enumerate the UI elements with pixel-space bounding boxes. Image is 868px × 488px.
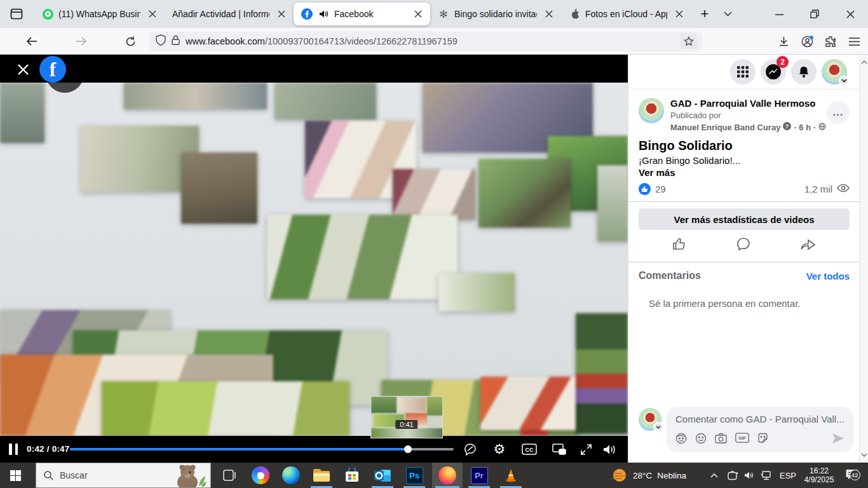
tab-list-dropdown-icon[interactable] (721, 7, 735, 21)
forward-button[interactable] (71, 31, 92, 51)
tab-title: Añadir Actividad | Informes Mens (172, 9, 269, 19)
messenger-icon[interactable]: 2 (761, 59, 786, 85)
scroll-up-icon[interactable] (860, 57, 868, 67)
see-all-comments-link[interactable]: Ver todos (806, 271, 850, 281)
extensions-puzzle-icon[interactable] (820, 31, 841, 51)
page-avatar[interactable] (639, 98, 664, 123)
video-progress-bar[interactable] (70, 448, 454, 451)
like-action-icon[interactable] (672, 236, 687, 254)
publisher-name[interactable]: Manuel Enrique Band Curay (670, 123, 780, 132)
tab-close-icon[interactable] (411, 7, 425, 21)
tab-icloud-photos[interactable]: Fotos en iCloud - Apple iClou (561, 3, 691, 25)
tab-close-icon[interactable] (672, 7, 686, 21)
taskbar-search-box[interactable]: Buscar (36, 463, 211, 488)
firefox-view-icon[interactable] (5, 4, 28, 24)
tray-show-hidden-icon[interactable] (707, 463, 722, 488)
volume-icon[interactable] (602, 442, 618, 456)
scroll-down-icon[interactable] (860, 450, 868, 460)
tab-informes[interactable]: Añadir Actividad | Informes Mens (165, 3, 294, 25)
start-button[interactable] (0, 463, 31, 488)
picture-in-picture-icon[interactable] (552, 442, 567, 456)
taskbar-edge-icon[interactable] (277, 463, 305, 488)
reload-button[interactable] (120, 31, 140, 51)
composer-icon-row: GIF (675, 433, 768, 447)
downloads-icon[interactable] (773, 31, 794, 51)
pause-button[interactable] (9, 444, 19, 455)
gif-icon[interactable]: GIF (735, 433, 749, 447)
avatar-sticker-icon[interactable] (675, 433, 687, 447)
taskbar-store-icon[interactable] (338, 463, 366, 488)
account-icon[interactable] (797, 31, 817, 51)
comment-input[interactable]: Comentar como GAD - Parroquial Vall... (667, 407, 853, 452)
help-question-icon[interactable]: ? (783, 122, 791, 132)
video-stats-button[interactable]: Ver más estadísticas de videos (639, 208, 850, 230)
composer-avatar[interactable] (639, 408, 661, 431)
video-player[interactable]: f 0:41 0:42 / 0:47 (0, 55, 628, 463)
new-tab-button[interactable]: + (698, 7, 712, 21)
taskbar-file-explorer-icon[interactable] (308, 463, 336, 488)
tray-volume-icon[interactable] (741, 463, 757, 488)
taskbar-outlook-icon[interactable] (369, 463, 397, 488)
tray-clock[interactable]: 16:22 4/9/2025 (799, 463, 839, 488)
shield-icon[interactable] (156, 34, 166, 48)
taskbar-weather-widget[interactable]: 28°C Neblina (611, 463, 707, 488)
tab-bingo-chatgpt[interactable]: ✻ Bingo solidario invitación (430, 3, 561, 25)
tab-close-icon[interactable] (542, 7, 556, 21)
collage-photo (0, 83, 44, 143)
share-action-icon[interactable] (800, 236, 817, 254)
page-name[interactable]: GAD - Parroquial Valle Hermoso (670, 98, 826, 109)
tray-capture-icon[interactable] (724, 463, 741, 488)
apps-grid-icon[interactable] (730, 59, 756, 85)
close-video-icon[interactable] (15, 62, 31, 77)
url-bar[interactable]: www.facebook.com/100093700164713/videos/… (149, 31, 702, 51)
page-scrollbar[interactable] (859, 55, 868, 463)
camera-icon[interactable] (715, 433, 727, 447)
like-thumb-badge[interactable] (639, 183, 651, 195)
notification-center-icon[interactable]: 42 (839, 463, 864, 488)
window-restore-button[interactable] (804, 7, 825, 21)
back-button[interactable] (22, 31, 42, 51)
taskbar-photoshop-icon[interactable]: Ps (400, 463, 428, 488)
emoji-smiley-icon[interactable] (695, 433, 707, 447)
progress-knob[interactable] (404, 445, 412, 453)
window-close-button[interactable] (840, 7, 860, 21)
comment-action-icon[interactable] (736, 236, 751, 254)
video-time-display: 0:42 / 0:47 (27, 444, 70, 454)
captions-cc-icon[interactable]: CC (522, 442, 537, 456)
menu-hamburger-icon[interactable] (844, 31, 864, 51)
tab-close-icon[interactable] (146, 7, 159, 21)
url-text: www.facebook.com/100093700164713/videos/… (186, 36, 458, 46)
post-time[interactable]: · 6 h · (794, 123, 816, 132)
tray-language-indicator[interactable]: ESP (776, 463, 799, 488)
video-preview-thumbnail: 0:41 (370, 396, 443, 438)
tab-audio-icon[interactable] (318, 8, 329, 20)
chevron-down-icon[interactable] (653, 422, 663, 432)
taskbar-vlc-icon[interactable] (497, 463, 525, 488)
fullscreen-icon[interactable] (578, 442, 593, 456)
svg-text:?: ? (785, 123, 789, 130)
tab-facebook-active[interactable]: Facebook (294, 3, 430, 25)
comments-disabled-icon[interactable] (463, 442, 478, 456)
lock-icon[interactable] (172, 35, 180, 48)
tab-close-icon[interactable] (275, 7, 288, 21)
settings-gear-icon[interactable]: ⚙ (492, 442, 507, 456)
tray-network-icon[interactable] (757, 463, 775, 488)
taskbar-premiere-icon[interactable]: Pr (465, 463, 493, 488)
window-minimize-button[interactable] (769, 7, 789, 21)
see-more-link[interactable]: Ver más (628, 166, 860, 178)
video-frame-area[interactable] (0, 83, 628, 436)
profile-avatar[interactable] (822, 59, 847, 85)
taskbar-copilot-icon[interactable] (247, 463, 275, 488)
notifications-bell-icon[interactable] (791, 59, 817, 85)
send-comment-icon[interactable] (832, 433, 844, 447)
taskbar-firefox-icon[interactable] (432, 463, 463, 488)
task-view-icon[interactable] (216, 463, 244, 488)
post-options-ellipsis[interactable]: ... (827, 101, 850, 124)
tab-whatsapp[interactable]: (11) WhatsApp Business (34, 3, 165, 25)
facebook-logo[interactable]: f (39, 56, 66, 83)
sticker-icon[interactable] (757, 433, 768, 447)
like-count[interactable]: 29 (655, 184, 804, 194)
collage-photo (102, 381, 349, 436)
bookmark-star-icon[interactable] (681, 34, 697, 49)
tab-title: Facebook (334, 9, 406, 19)
